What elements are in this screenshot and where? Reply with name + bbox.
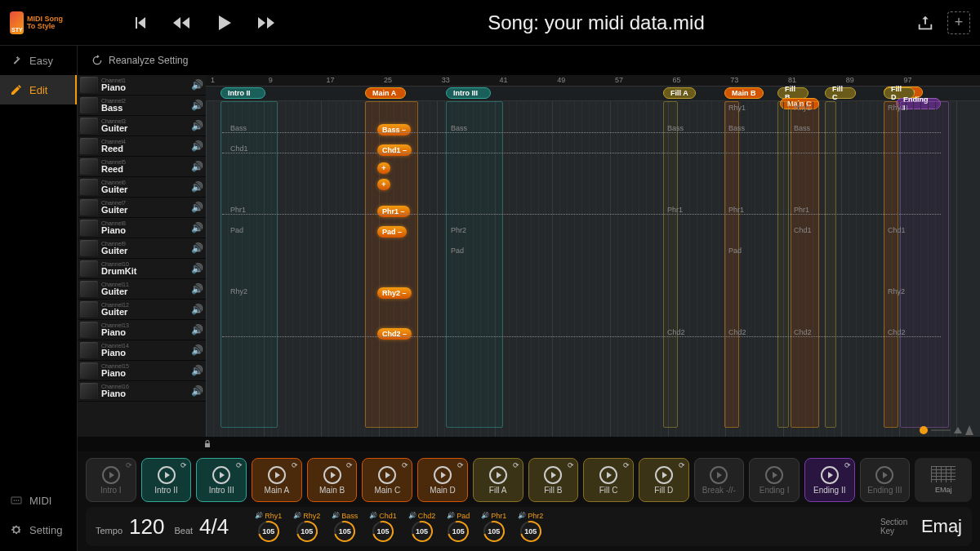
track-row[interactable]: Channel14 Piano 🔊 [78,340,206,361]
section-button[interactable]: Ending I [749,458,800,502]
section-pill[interactable]: Fill A [663,87,696,99]
knob-dial[interactable]: 105 [296,521,318,542]
knob-dial[interactable]: 105 [258,521,279,542]
zoom-in-icon[interactable] [965,425,973,435]
section-button[interactable]: ⟳ Intro III [196,458,247,502]
fast-forward-icon[interactable] [256,15,276,31]
part-pill[interactable]: Bass – [377,124,411,136]
section-button[interactable]: ⟳ Main C [362,458,412,502]
part-pill[interactable]: Pad – [377,226,407,238]
track-row[interactable]: Channel8 Piano 🔊 [78,218,206,238]
grid-body[interactable]: Bass –Chd1 –++Phr1 –Pad –Rhy2 –Chd2 –Bas… [206,101,980,437]
tempo[interactable]: Tempo 120 [96,514,164,540]
track-row[interactable]: Channel2 Bass 🔊 [78,96,206,116]
section-region[interactable] [446,101,503,428]
section-region[interactable] [900,101,949,428]
mode-tab-easy[interactable]: Easy [0,46,77,75]
section-button[interactable]: ⟳ Fill A [473,458,523,502]
export-icon[interactable] [916,14,934,32]
section-region[interactable] [220,101,278,428]
volume-icon[interactable]: 🔊 [191,222,203,233]
volume-icon[interactable]: 🔊 [191,344,203,356]
knob[interactable]: Phr2 105 [518,512,543,542]
mode-tab-edit[interactable]: Edit [0,75,77,104]
knob-dial[interactable]: 105 [520,521,541,542]
section-region[interactable] [825,101,836,428]
rewind-icon[interactable] [172,15,191,31]
section-pill[interactable]: Main B [724,87,764,99]
track-row[interactable]: Channel12 Guiter 🔊 [78,300,206,320]
track-row[interactable]: Channel4 Reed 🔊 [78,136,206,157]
section-region[interactable] [884,101,898,428]
volume-icon[interactable]: 🔊 [191,242,203,254]
track-row[interactable]: Channel10 DrumKit 🔊 [78,259,206,279]
track-row[interactable]: Channel6 Guiter 🔊 [78,177,206,198]
volume-icon[interactable]: 🔊 [191,324,203,335]
section-key[interactable]: Section Key Emaj [880,516,962,537]
track-row[interactable]: Channel13 Piano 🔊 [78,320,206,340]
section-button[interactable]: ⟳ Main B [307,458,358,502]
section-button[interactable]: ⟳ Fill C [583,458,634,502]
section-pill[interactable]: Fill C [825,87,856,99]
track-row[interactable]: Channel5 Reed 🔊 [78,157,206,177]
timeline[interactable]: 191725334149576573818997 Intro IIMain AI… [206,75,980,437]
beat[interactable]: Beat 4/4 [174,514,229,540]
section-pill[interactable]: Main A [365,87,406,99]
track-row[interactable]: Channel15 Piano 🔊 [78,361,206,381]
chord-preview[interactable]: EMaj [915,458,972,502]
add-button[interactable]: + [947,11,970,34]
part-pill[interactable]: + [377,179,390,190]
part-pill[interactable]: Chd1 – [377,144,412,156]
section-region[interactable] [777,101,789,428]
knob-dial[interactable]: 105 [334,521,355,542]
volume-icon[interactable]: 🔊 [191,140,203,152]
knob[interactable]: Chd2 105 [408,512,436,542]
knob[interactable]: Bass 105 [332,512,358,542]
knob-dial[interactable]: 105 [372,521,394,542]
track-row[interactable]: Channel11 Guiter 🔊 [78,279,206,300]
reanalyze-button[interactable]: Reanalyze Setting [78,46,980,75]
volume-icon[interactable]: 🔊 [191,100,203,111]
zoom-handle-icon[interactable] [920,426,928,434]
part-pill[interactable]: Rhy2 – [377,287,412,299]
track-row[interactable]: Channel3 Guiter 🔊 [78,116,206,136]
section-region[interactable] [724,101,739,428]
track-row[interactable]: Channel1 Piano 🔊 [78,75,206,96]
volume-icon[interactable]: 🔊 [191,385,203,397]
volume-icon[interactable]: 🔊 [191,120,203,131]
volume-icon[interactable]: 🔊 [191,283,203,295]
track-row[interactable]: Channel9 Guiter 🔊 [78,238,206,259]
mode-tab-midi[interactable]: MIDI [0,486,77,515]
section-button[interactable]: ⟳ Intro I [86,458,136,502]
section-pill[interactable]: Intro III [446,87,491,99]
ruler[interactable]: 191725334149576573818997 [206,75,980,87]
volume-icon[interactable]: 🔊 [191,365,203,376]
section-region[interactable] [791,101,819,428]
section-button[interactable]: ⟳ Intro II [141,458,192,502]
section-button[interactable]: Break -//- [694,458,745,502]
skip-start-icon[interactable] [132,15,149,31]
section-button[interactable]: ⟳ Ending II [804,458,855,502]
lock-icon[interactable] [203,439,212,449]
knob-dial[interactable]: 105 [412,521,433,542]
volume-icon[interactable]: 🔊 [191,181,203,193]
section-button[interactable]: Ending III [860,458,911,502]
knob[interactable]: Rhy1 105 [255,512,282,542]
section-button[interactable]: ⟳ Main D [417,458,468,502]
knob-dial[interactable]: 105 [448,521,469,542]
zoom-out-icon[interactable] [954,427,962,433]
volume-icon[interactable]: 🔊 [191,263,203,274]
section-button[interactable]: ⟳ Fill D [639,458,689,502]
knob[interactable]: Phr1 105 [481,512,506,542]
part-pill[interactable]: Chd2 – [377,328,412,340]
part-pill[interactable]: Phr1 – [377,206,410,217]
track-row[interactable]: Channel7 Guiter 🔊 [78,198,206,218]
knob[interactable]: Pad 105 [447,512,470,542]
section-pill[interactable]: Intro II [220,87,265,99]
volume-icon[interactable]: 🔊 [191,161,203,172]
track-row[interactable]: Channel16 Piano 🔊 [78,381,206,402]
section-pill[interactable]: Fill B [777,87,808,99]
section-button[interactable]: ⟳ Fill B [528,458,579,502]
knob-dial[interactable]: 105 [483,521,505,542]
zoom-controls[interactable] [920,425,973,435]
